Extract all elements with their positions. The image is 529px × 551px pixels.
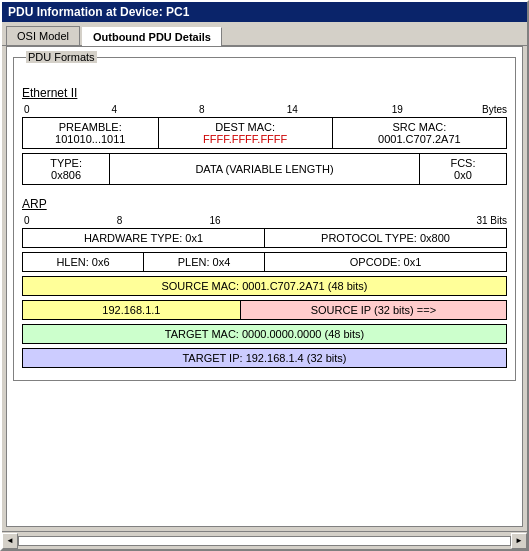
hw-type-cell: HARDWARE TYPE: 0x1	[23, 229, 265, 248]
fcs-cell: FCS: 0x0	[419, 154, 506, 185]
ethernet-section-title: Ethernet II	[22, 86, 507, 100]
src-ip-left-cell: 192.168.1.1	[23, 301, 241, 320]
ethernet-row2-table: TYPE: 0x806 DATA (VARIABLE LENGTH) FCS: …	[22, 153, 507, 185]
scrollbar-area: ◄ ►	[2, 531, 527, 549]
preamble-cell: PREAMBLE: 101010...1011	[23, 118, 159, 149]
tab-osi[interactable]: OSI Model	[6, 26, 80, 45]
src-mac-arp-cell: SOURCE MAC: 0001.C707.2A71 (48 bits)	[23, 277, 507, 296]
arp-row4-table: 192.168.1.1 SOURCE IP (32 bits) ==>	[22, 300, 507, 320]
src-ip-right-cell: SOURCE IP (32 bits) ==>	[240, 301, 506, 320]
scrollbar-track[interactable]	[18, 536, 511, 546]
tab-outbound[interactable]: Outbound PDU Details	[82, 27, 222, 46]
arp-row3-table: SOURCE MAC: 0001.C707.2A71 (48 bits)	[22, 276, 507, 296]
ethernet-row1-table: PREAMBLE: 101010...1011 DEST MAC: FFFF.F…	[22, 117, 507, 149]
content-area: PDU Formats Ethernet II 0 4 8 14 19 Byte…	[6, 46, 523, 527]
ethernet-scale: 0 4 8 14 19 Bytes	[22, 104, 507, 115]
src-mac-cell: SRC MAC: 0001.C707.2A71	[332, 118, 506, 149]
arp-row6-table: TARGET IP: 192.168.1.4 (32 bits)	[22, 348, 507, 368]
window-title: PDU Information at Device: PC1	[8, 5, 189, 19]
scroll-left-button[interactable]: ◄	[2, 533, 18, 549]
tab-bar: OSI Model Outbound PDU Details	[2, 22, 527, 46]
title-bar: PDU Information at Device: PC1	[2, 2, 527, 22]
proto-type-cell: PROTOCOL TYPE: 0x800	[265, 229, 507, 248]
opcode-cell: OPCODE: 0x1	[265, 253, 507, 272]
plen-cell: PLEN: 0x4	[144, 253, 265, 272]
arp-row1-table: HARDWARE TYPE: 0x1 PROTOCOL TYPE: 0x800	[22, 228, 507, 248]
scroll-right-button[interactable]: ►	[511, 533, 527, 549]
arp-row5-table: TARGET MAC: 0000.0000.0000 (48 bits)	[22, 324, 507, 344]
arp-section-title: ARP	[22, 197, 507, 211]
target-ip-cell: TARGET IP: 192.168.1.4 (32 bits)	[23, 349, 507, 368]
main-window: PDU Information at Device: PC1 OSI Model…	[0, 0, 529, 551]
target-mac-cell: TARGET MAC: 0000.0000.0000 (48 bits)	[23, 325, 507, 344]
hlen-cell: HLEN: 0x6	[23, 253, 144, 272]
arp-scale: 0 8 16 31 Bits	[22, 215, 507, 226]
type-cell: TYPE: 0x806	[23, 154, 110, 185]
arp-row2-table: HLEN: 0x6 PLEN: 0x4 OPCODE: 0x1	[22, 252, 507, 272]
group-title: PDU Formats	[26, 51, 97, 63]
pdu-formats-group: PDU Formats Ethernet II 0 4 8 14 19 Byte…	[13, 57, 516, 381]
data-cell: DATA (VARIABLE LENGTH)	[110, 154, 420, 185]
dest-mac-cell: DEST MAC: FFFF.FFFF.FFFF	[158, 118, 332, 149]
